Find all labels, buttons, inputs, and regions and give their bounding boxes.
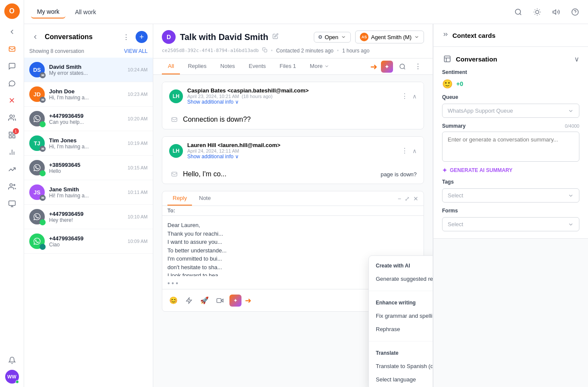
tab-more[interactable]: More xyxy=(304,58,336,74)
conv-item[interactable]: +4479936459 Ciao 10:09 AM xyxy=(24,229,153,254)
ai-compose-btn[interactable]: ✦ xyxy=(229,295,241,307)
conv-item[interactable]: +4479936459 Hey there! 10:10 AM xyxy=(24,205,153,229)
summary-textarea[interactable] xyxy=(442,132,579,162)
sentiment-value: +0 xyxy=(456,80,463,87)
avatar: JD ✉ xyxy=(29,86,45,102)
tab-events[interactable]: Events xyxy=(243,58,272,74)
svg-rect-29 xyxy=(217,298,221,302)
conv-preview: Hey there! xyxy=(49,217,124,223)
reply-tab-note[interactable]: Note xyxy=(194,191,216,206)
tab-replies[interactable]: Replies xyxy=(182,58,212,74)
icon-rail: O ✕ 1 WW xyxy=(0,0,24,387)
sidebar-item-analytics[interactable] xyxy=(4,144,20,160)
sound-icon[interactable] xyxy=(550,6,562,18)
context-panel: Context cards Conversation ∨ Sentiment 🙂… xyxy=(433,24,588,387)
expand-btn[interactable]: ⤢ xyxy=(405,195,410,202)
sidebar-item-bell[interactable] xyxy=(4,353,20,368)
ai-translate-spanish-btn[interactable]: Translate to Spanish (detected) xyxy=(369,359,433,373)
lightning-btn[interactable] xyxy=(183,295,195,307)
conv-info: +4479936459 Ciao xyxy=(49,235,124,248)
sidebar-item-x[interactable]: ✕ xyxy=(4,93,20,108)
search-msg-btn[interactable] xyxy=(396,61,409,73)
reply-tab-reply[interactable]: Reply xyxy=(167,191,192,206)
edit-icon[interactable] xyxy=(272,33,279,41)
video-btn[interactable] xyxy=(214,295,226,307)
show-additional-btn[interactable]: Show additional info ∨ xyxy=(187,99,397,105)
svg-point-12 xyxy=(535,10,539,14)
sidebar-item-reports[interactable]: 1 xyxy=(4,127,20,143)
tab-files[interactable]: Files 1 xyxy=(274,58,302,74)
conv-preview: Hello xyxy=(49,168,124,174)
nav-collapse-btn[interactable] xyxy=(4,24,20,40)
message-header: LH Caspian Bates <caspian.bateshill@mail… xyxy=(162,82,424,110)
svg-point-6 xyxy=(13,184,15,186)
sidebar-item-chat2[interactable] xyxy=(4,76,20,91)
forms-select[interactable]: Select xyxy=(442,217,579,231)
section-toggle-btn[interactable]: ∨ xyxy=(574,55,579,63)
tab-all[interactable]: All xyxy=(162,58,180,74)
channel-email-icon: ✉ xyxy=(40,146,46,152)
sidebar-item-chat[interactable] xyxy=(4,58,20,74)
copy-icon[interactable] xyxy=(262,47,267,54)
status-badge[interactable]: Open xyxy=(314,32,351,43)
app-logo[interactable]: O xyxy=(4,3,20,19)
sidebar-item-inbox[interactable] xyxy=(4,41,20,57)
tags-select[interactable]: Select xyxy=(442,188,579,203)
conv-view-all-btn[interactable]: VIEW ALL xyxy=(124,48,148,54)
conv-item[interactable]: JS ✉ Jane Smith Hi! I'm having a... 10:1… xyxy=(24,180,153,205)
email-icon xyxy=(169,114,179,125)
message-more-btn[interactable]: ⋮ xyxy=(401,92,408,100)
svg-marker-27 xyxy=(186,298,192,303)
conv-item[interactable]: +385993645 Hello 10:15 AM xyxy=(24,156,153,180)
queue-select[interactable]: WhatsApp Support Queue xyxy=(442,104,579,118)
tab-my-work[interactable]: My work xyxy=(31,6,65,18)
conv-info: David Smith My error states... xyxy=(49,64,124,76)
sidebar-item-settings[interactable] xyxy=(4,196,20,212)
conv-add-btn[interactable]: + xyxy=(136,31,148,43)
message-collapse-btn[interactable]: ∧ xyxy=(412,93,417,100)
conv-time: 10:24 AM xyxy=(128,67,148,72)
message-collapse-btn[interactable]: ∧ xyxy=(412,147,417,154)
search-icon[interactable] xyxy=(512,6,524,18)
help-icon[interactable] xyxy=(569,6,581,18)
tab-all-work[interactable]: All work xyxy=(69,6,102,18)
arrow-indicator-2: ➜ xyxy=(245,296,251,305)
brightness-icon[interactable] xyxy=(531,6,543,18)
ai-select-language-btn[interactable]: Select language xyxy=(369,373,433,386)
svg-rect-1 xyxy=(9,132,11,134)
ai-enhance-section: Enhance writing Fix grammar and spelling… xyxy=(369,293,433,339)
tab-notes[interactable]: Notes xyxy=(214,58,241,74)
conv-time: 10:10 AM xyxy=(128,214,148,219)
conv-time: 10:09 AM xyxy=(128,239,148,244)
close-btn[interactable]: ✕ xyxy=(413,195,418,202)
conv-item[interactable]: DS ✉ David Smith My error states... 10:2… xyxy=(24,58,153,82)
conv-item[interactable]: TJ ✉ Tim Jones Hi, I'm having a... 10:19… xyxy=(24,131,153,156)
generate-ai-summary-btn[interactable]: ✦ GENERATE AI SUMMARY xyxy=(442,167,579,174)
conv-item[interactable]: +4479936459 Can you help... 10:20 AM xyxy=(24,107,153,131)
ai-sparkle-btn[interactable]: ✦ xyxy=(381,61,393,73)
conv-item[interactable]: JD ✉ John Doe Hi, I'm having a... 10:23 … xyxy=(24,82,153,107)
message-tabs: All Replies Notes Events Files 1 More ➜ … xyxy=(153,58,433,75)
ai-generate-reply-btn[interactable]: Generate suggested reply xyxy=(369,272,433,286)
user-avatar[interactable]: WW xyxy=(5,370,19,384)
conv-back-btn[interactable] xyxy=(29,31,41,43)
more-msg-btn[interactable]: ⋮ xyxy=(412,61,424,73)
sidebar-item-trend[interactable] xyxy=(4,162,20,177)
emoji-btn[interactable]: 😊 xyxy=(167,295,179,307)
show-additional-btn[interactable]: Show additional info ∨ xyxy=(187,154,397,160)
context-collapse-btn[interactable] xyxy=(442,31,449,40)
ai-create-section: Create with AI Generate suggested reply xyxy=(369,256,433,289)
sidebar-item-team[interactable] xyxy=(4,179,20,194)
svg-line-11 xyxy=(520,13,521,15)
message-more-btn[interactable]: ⋮ xyxy=(401,147,408,155)
queue-label: Queue xyxy=(442,94,579,100)
conv-more-btn[interactable]: ⋮ xyxy=(120,31,132,43)
message-preview: Hello, I'm co... xyxy=(183,170,226,178)
rocket-btn[interactable]: 🚀 xyxy=(198,295,210,307)
ai-fix-grammar-btn[interactable]: Fix grammar and spelling xyxy=(369,309,433,322)
minimize-btn[interactable]: − xyxy=(398,195,401,202)
agent-badge[interactable]: AS Agent Smith (M) xyxy=(355,31,424,43)
channel-whatsapp-icon xyxy=(40,170,46,176)
ai-rephrase-btn[interactable]: Rephrase xyxy=(369,322,433,336)
sidebar-item-contacts[interactable] xyxy=(4,110,20,126)
